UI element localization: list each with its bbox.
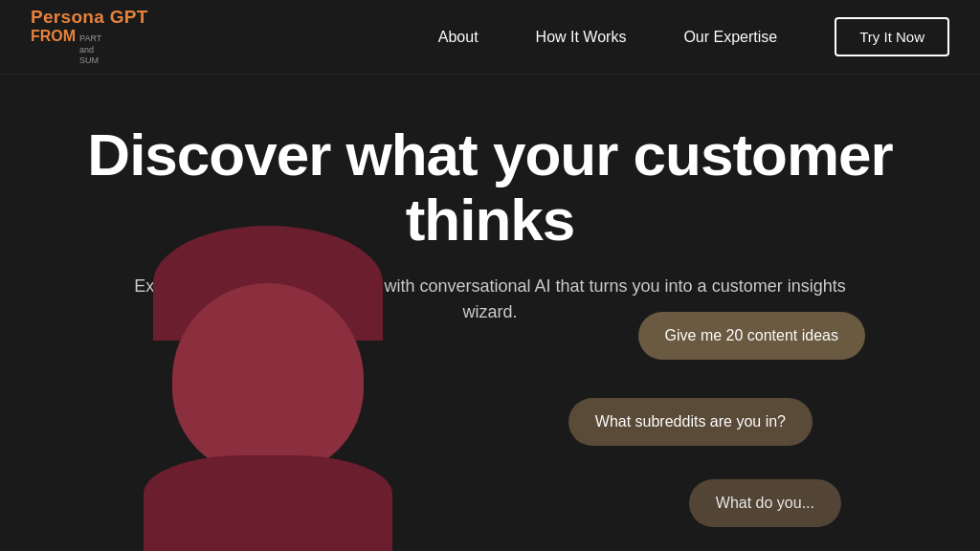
try-it-now-button[interactable]: Try It Now xyxy=(835,17,949,56)
logo-persona-gpt: Persona GPT xyxy=(31,7,148,28)
chat-area: Give me 20 content ideas What subreddits… xyxy=(0,283,980,551)
nav-links: About How It Works Our Expertise Try It … xyxy=(438,17,949,56)
chat-bubble-2: What subreddits are you in? xyxy=(568,398,813,446)
logo: Persona GPT FROM PART and SUM xyxy=(31,7,148,67)
chat-bubble-3: What do you... xyxy=(689,479,841,527)
avatar-body xyxy=(144,455,392,551)
logo-from: FROM xyxy=(31,28,76,45)
logo-partandsum: PART and SUM xyxy=(79,33,101,67)
hero-section: Discover what your customer thinks Exper… xyxy=(0,75,980,551)
nav-about[interactable]: About xyxy=(438,29,479,46)
hero-title: Discover what your customer thinks xyxy=(59,122,921,253)
nav-our-expertise[interactable]: Our Expertise xyxy=(683,29,777,46)
chat-bubble-1: Give me 20 content ideas xyxy=(638,312,865,360)
avatar-figure xyxy=(115,283,440,551)
navbar: Persona GPT FROM PART and SUM About How … xyxy=(0,0,980,75)
nav-how-it-works[interactable]: How It Works xyxy=(536,29,627,46)
